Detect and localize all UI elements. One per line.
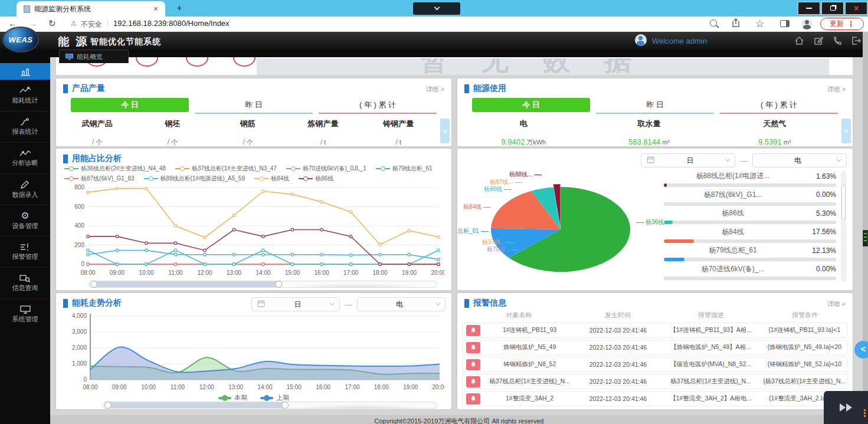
tab-year-total[interactable]: ( 年 ) 累 计	[319, 98, 437, 112]
energy-type-select[interactable]: 电	[752, 153, 847, 167]
datazoom-handle-left[interactable]	[104, 402, 112, 409]
sidebar-item-energy-stats[interactable]: 能耗统计	[0, 80, 50, 111]
scrollbar-thumb[interactable]	[841, 185, 846, 219]
sidebar-item-system-mgmt[interactable]: 系统管理	[0, 298, 50, 330]
datazoom-selection[interactable]	[106, 402, 287, 408]
product-detail-link[interactable]: 详细 >	[426, 85, 444, 94]
table-row[interactable]: 铸钢精炼炉_N8_522022-12-03 20:41:46【锻造电弧炉(MVA…	[462, 357, 848, 372]
sidebar-item-alarm-mgmt[interactable]: 报警管理	[0, 236, 50, 267]
play-next-icon	[838, 402, 854, 413]
sidebar-item-info-query[interactable]: 信息查询	[0, 267, 50, 298]
period-select[interactable]: 日	[641, 153, 735, 167]
line-chart-icon	[19, 87, 31, 95]
browser-tab[interactable]: 能源监测分析系统 ×	[17, 1, 165, 17]
home-icon[interactable]	[795, 37, 804, 45]
rank-item[interactable]: 杨87线(6kV)_G1...0.00%	[664, 190, 836, 209]
rank-item[interactable]: 杨79线总柜_6112.13%	[664, 245, 836, 264]
media-overlay[interactable]	[824, 391, 868, 424]
table-row[interactable]: 杨37线总柜(1#主变进线)_N...2022-12-03 20:41:46杨3…	[462, 374, 848, 389]
window-minimize-button[interactable]	[798, 2, 820, 15]
energy-detail-link[interactable]: 详细 >	[827, 85, 846, 94]
browser-update-button[interactable]: 更新 ⋮	[820, 18, 864, 30]
tabstrip-dropdown-button[interactable]	[413, 2, 460, 15]
edit-icon[interactable]	[814, 37, 823, 45]
sidebar-item-analysis[interactable]: 分析诊断	[0, 142, 50, 173]
legend-item[interactable]: 杨37线总柜(1#主变进线)_N3_47	[175, 164, 277, 173]
sidebar-item-report-stats[interactable]: 报表统计	[0, 111, 50, 142]
window-restore-button[interactable]	[821, 2, 844, 15]
rank-item[interactable]: 杨70进线6kV(备)_...0.00%	[664, 264, 836, 283]
calendar-icon	[647, 155, 654, 166]
reload-icon[interactable]: ↻	[48, 18, 56, 29]
tab-yesterday[interactable]: 昨 日	[195, 98, 313, 112]
svg-text:08:00: 08:00	[83, 384, 97, 390]
tab-today[interactable]: 今 日	[472, 98, 590, 112]
alarm-detail-link[interactable]: 详细 >	[827, 300, 846, 308]
datazoom-selection[interactable]	[92, 281, 280, 287]
zoom-icon[interactable]	[710, 19, 717, 27]
scrolled-panel-strip: 暂无数据	[56, 57, 853, 75]
gear-icon: ⚙	[21, 211, 29, 221]
user-avatar[interactable]	[635, 34, 647, 46]
rank-item[interactable]: 杨84线17.56%	[664, 227, 836, 246]
gauge-circle	[136, 57, 158, 67]
favicon	[24, 5, 30, 13]
phone-icon[interactable]	[833, 37, 842, 45]
svg-text:11:00: 11:00	[171, 384, 185, 390]
table-row[interactable]: 炼钢电弧炉_N5_492022-12-03 20:41:46【炼钢电弧炉_N5_…	[462, 340, 848, 355]
tab-year-total[interactable]: ( 年 ) 累 计	[720, 98, 838, 112]
table-row[interactable]: 1#整流变_3AH_22022-12-03 20:41:46【1#整流变_3AH…	[462, 391, 848, 406]
scroll-right-button[interactable]: >	[440, 119, 450, 143]
tab-energy-overview[interactable]: 能耗概览	[59, 50, 129, 63]
rank-item[interactable]: 杨88线总柜(1#电源进...1.63%	[664, 171, 836, 190]
tab-close-icon[interactable]: ×	[151, 4, 161, 14]
datazoom-handle-left[interactable]	[90, 281, 97, 288]
svg-text:2,000: 2,000	[72, 344, 87, 351]
datazoom-handle-right[interactable]	[281, 402, 289, 409]
svg-text:18:00: 18:00	[374, 384, 389, 390]
legend-item[interactable]: 杨79线总柜_61	[376, 164, 433, 173]
new-tab-button[interactable]: +	[172, 2, 186, 15]
legend-item[interactable]: 杨70进线6kV(备)_0JL_1	[286, 164, 366, 173]
panel-energy-usage: 能源使用 详细 > 今 日 昨 日 ( 年 ) 累 计 电9.9402万kWh …	[457, 78, 853, 146]
datazoom-handle-right[interactable]	[275, 281, 282, 288]
bookmark-star-icon[interactable]: ☆	[755, 18, 764, 30]
energy-type-select[interactable]: 电	[357, 297, 446, 311]
period-select[interactable]: 日	[251, 297, 340, 311]
chevron-down-icon	[330, 301, 335, 305]
panel-trend-analysis: 能耗走势分析 日 — 电 01,0002,0003,0004,00008:000…	[56, 293, 451, 409]
sidebar-item-data-entry[interactable]: 数据录入	[0, 173, 50, 205]
sidebar-item-device-mgmt[interactable]: ⚙ 设备管理	[0, 205, 50, 236]
legend-marker	[299, 176, 313, 181]
table-row[interactable]: 1#连铸机_PB11_932022-12-03 20:41:46【1#连铸机_P…	[462, 323, 848, 338]
line-chart-datazoom-slider[interactable]	[88, 281, 437, 288]
address-url[interactable]: 192.168.18.239:8080/Home/Index	[113, 19, 230, 28]
forward-icon[interactable]: →	[28, 18, 37, 28]
rank-item[interactable]: 杨86线5.30%	[664, 208, 836, 227]
trend-legend: 本期 上期	[56, 393, 451, 402]
side-panel-icon[interactable]	[780, 20, 790, 27]
legend-item-current[interactable]: 本期	[218, 393, 247, 402]
sidebar-item-overview[interactable]	[0, 63, 50, 80]
overlay-more-dots[interactable]	[864, 409, 866, 418]
metric: 电9.9402万kWh	[461, 116, 587, 143]
security-warning-icon[interactable]: ⚠	[71, 19, 77, 27]
page-tab-bar	[50, 50, 868, 57]
share-icon[interactable]	[732, 18, 740, 30]
metric: 武钢产品/个	[60, 116, 135, 143]
scroll-right-button[interactable]: >	[841, 119, 851, 143]
trend-datazoom-slider[interactable]	[102, 402, 437, 409]
profile-avatar-icon[interactable]	[801, 18, 813, 29]
tab-today[interactable]: 今 日	[71, 98, 189, 112]
collapse-panel-button[interactable]: <	[854, 341, 868, 359]
legend-item[interactable]: 杨36线总柜(2#主变进线)_N4_48	[64, 164, 166, 173]
ranking-scrollbar[interactable]	[841, 171, 846, 282]
window-close-button[interactable]: ×	[845, 2, 867, 15]
legend-marker	[64, 176, 78, 181]
logout-icon[interactable]	[852, 37, 861, 45]
legend-item-previous[interactable]: 上期	[260, 393, 289, 402]
more-menu-icon[interactable]: ⋮	[847, 20, 854, 28]
tab-yesterday[interactable]: 昨 日	[596, 98, 714, 112]
svg-text:600: 600	[74, 203, 84, 210]
svg-text:800: 800	[74, 184, 84, 190]
